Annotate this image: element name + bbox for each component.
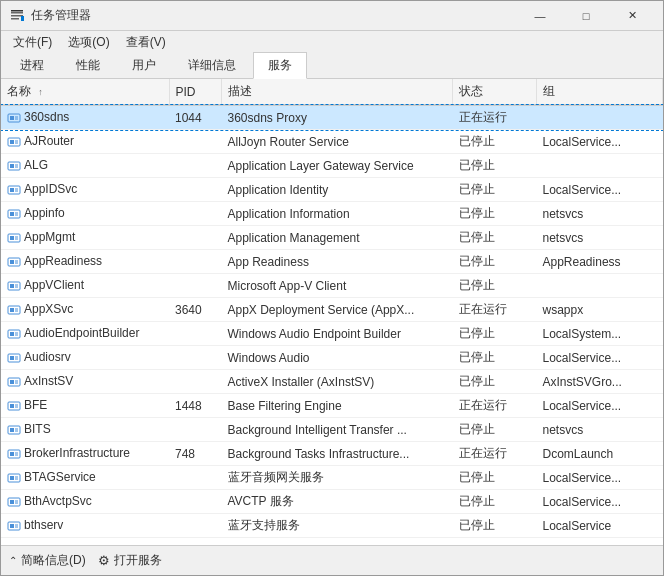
- table-row[interactable]: AudioEndpointBuilderWindows Audio Endpoi…: [1, 322, 663, 346]
- service-pid: [169, 346, 222, 370]
- service-group: LocalService: [537, 514, 663, 538]
- table-row[interactable]: AppXSvc3640AppX Deployment Service (AppX…: [1, 298, 663, 322]
- service-icon: [7, 231, 21, 245]
- service-group: LocalService...: [537, 466, 663, 490]
- service-group: wsappx: [537, 298, 663, 322]
- service-group: netsvcs: [537, 202, 663, 226]
- service-name: AppMgmt: [1, 226, 169, 250]
- col-header-status[interactable]: 状态: [453, 79, 537, 105]
- service-desc: ActiveX Installer (AxInstSV): [222, 370, 453, 394]
- service-desc: Windows Audio: [222, 346, 453, 370]
- summary-info-link[interactable]: ⌃ 简略信息(D): [9, 552, 86, 569]
- table-row[interactable]: BFE1448Base Filtering Engine正在运行LocalSer…: [1, 394, 663, 418]
- svg-rect-26: [10, 236, 14, 240]
- service-group: DcomLaunch: [537, 442, 663, 466]
- table-row[interactable]: 360sdns1044360sdns Proxy正在运行: [1, 105, 663, 130]
- service-status: 已停止: [453, 418, 537, 442]
- table-row[interactable]: ALGApplication Layer Gateway Service已停止: [1, 154, 663, 178]
- table-row[interactable]: AppIDSvcApplication Identity已停止LocalServ…: [1, 178, 663, 202]
- service-desc: 360sdns Proxy: [222, 105, 453, 130]
- service-desc: Application Management: [222, 226, 453, 250]
- service-name: BthAvctpSvc: [1, 490, 169, 514]
- menu-item-F[interactable]: 文件(F): [5, 32, 60, 53]
- service-status: 已停止: [453, 466, 537, 490]
- service-desc: Windows Audio Endpoint Builder: [222, 322, 453, 346]
- gear-icon: ⚙: [98, 553, 110, 568]
- service-icon: [7, 303, 21, 317]
- menu-item-O[interactable]: 选项(O): [60, 32, 117, 53]
- service-status: 已停止: [453, 538, 537, 540]
- col-header-pid[interactable]: PID: [169, 79, 222, 105]
- service-name: BITS: [1, 418, 169, 442]
- service-pid: 1448: [169, 394, 222, 418]
- service-desc: Application Layer Gateway Service: [222, 154, 453, 178]
- service-desc: 功能访问管理器服务: [222, 538, 453, 540]
- table-row[interactable]: BITSBackground Intelligent Transfer ...已…: [1, 418, 663, 442]
- tab-性能[interactable]: 性能: [61, 52, 115, 78]
- svg-rect-3: [21, 16, 24, 21]
- service-pid: [169, 130, 222, 154]
- service-icon: [7, 183, 21, 197]
- table-row[interactable]: AJRouterAllJoyn Router Service已停止LocalSe…: [1, 130, 663, 154]
- table-row[interactable]: BrokerInfrastructure748Background Tasks …: [1, 442, 663, 466]
- table-wrapper[interactable]: 名称 ↑ PID 描述 状态 组: [1, 79, 663, 539]
- svg-rect-30: [10, 260, 14, 264]
- col-header-desc[interactable]: 描述: [222, 79, 453, 105]
- service-group: LocalService...: [537, 490, 663, 514]
- tab-服务[interactable]: 服务: [253, 52, 307, 79]
- svg-rect-54: [10, 404, 14, 408]
- menu-item-V[interactable]: 查看(V): [118, 32, 174, 53]
- svg-rect-58: [10, 428, 14, 432]
- service-icon: [7, 495, 21, 509]
- table-row[interactable]: AppReadinessApp Readiness已停止AppReadiness: [1, 250, 663, 274]
- service-status: 已停止: [453, 202, 537, 226]
- table-row[interactable]: BthAvctpSvcAVCTP 服务已停止LocalService...: [1, 490, 663, 514]
- maximize-button[interactable]: □: [563, 1, 609, 31]
- table-row[interactable]: AppMgmtApplication Management已停止netsvcs: [1, 226, 663, 250]
- service-name: AJRouter: [1, 130, 169, 154]
- table-row[interactable]: AxInstSVActiveX Installer (AxInstSV)已停止A…: [1, 370, 663, 394]
- service-icon: [7, 279, 21, 293]
- service-pid: [169, 370, 222, 394]
- service-pid: 3640: [169, 298, 222, 322]
- svg-rect-18: [10, 188, 14, 192]
- service-icon: [7, 111, 21, 125]
- service-name: Appinfo: [1, 202, 169, 226]
- service-group: AppReadiness: [537, 250, 663, 274]
- service-desc: 蓝牙支持服务: [222, 514, 453, 538]
- col-header-name[interactable]: 名称 ↑: [1, 79, 169, 105]
- table-row[interactable]: BTAGService蓝牙音频网关服务已停止LocalService...: [1, 466, 663, 490]
- service-desc: AVCTP 服务: [222, 490, 453, 514]
- service-pid: [169, 202, 222, 226]
- table-row[interactable]: camsvc功能访问管理器服务已停止appmodel: [1, 538, 663, 540]
- service-pid: [169, 490, 222, 514]
- svg-rect-4: [11, 10, 23, 12]
- col-header-group[interactable]: 组: [537, 79, 663, 105]
- service-name: AppReadiness: [1, 250, 169, 274]
- svg-rect-10: [10, 140, 14, 144]
- svg-rect-50: [10, 380, 14, 384]
- svg-rect-66: [10, 476, 14, 480]
- close-button[interactable]: ✕: [609, 1, 655, 31]
- open-services-link[interactable]: ⚙ 打开服务: [98, 552, 162, 569]
- table-row[interactable]: AppinfoApplication Information已停止netsvcs: [1, 202, 663, 226]
- table-row[interactable]: bthserv蓝牙支持服务已停止LocalService: [1, 514, 663, 538]
- svg-rect-70: [10, 500, 14, 504]
- service-desc: Background Tasks Infrastructure...: [222, 442, 453, 466]
- service-name: AxInstSV: [1, 370, 169, 394]
- service-icon: [7, 447, 21, 461]
- service-group: [537, 105, 663, 130]
- service-name: BFE: [1, 394, 169, 418]
- table-row[interactable]: AppVClientMicrosoft App-V Client已停止: [1, 274, 663, 298]
- service-desc: AppX Deployment Service (AppX...: [222, 298, 453, 322]
- tab-用户[interactable]: 用户: [117, 52, 171, 78]
- table-body: 360sdns1044360sdns Proxy正在运行 AJRouterAll…: [1, 105, 663, 539]
- service-icon: [7, 135, 21, 149]
- tab-进程[interactable]: 进程: [5, 52, 59, 78]
- tab-详细信息[interactable]: 详细信息: [173, 52, 251, 78]
- service-pid: 748: [169, 442, 222, 466]
- table-row[interactable]: AudiosrvWindows Audio已停止LocalService...: [1, 346, 663, 370]
- service-status: 已停止: [453, 178, 537, 202]
- minimize-button[interactable]: —: [517, 1, 563, 31]
- service-desc: App Readiness: [222, 250, 453, 274]
